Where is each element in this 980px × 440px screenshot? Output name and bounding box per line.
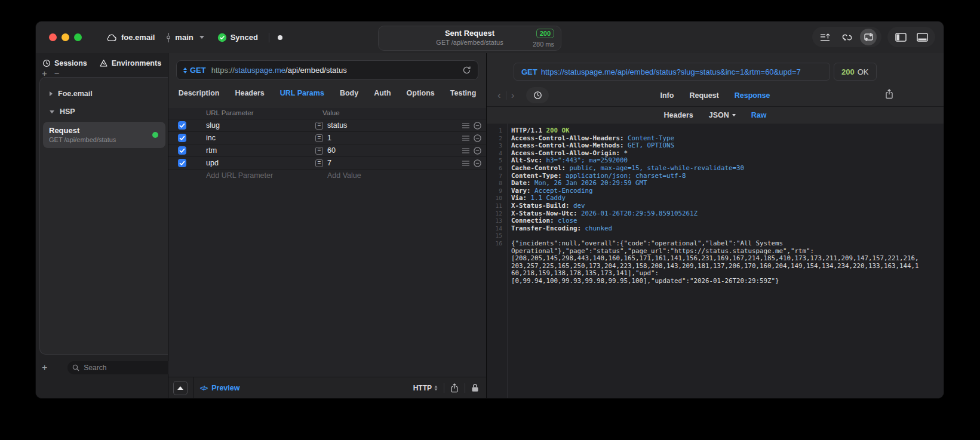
remove-param-icon[interactable] [474,159,481,167]
param-checkbox[interactable] [178,134,186,142]
request-url-bar[interactable]: GET https://statuspage.me/api/embed/stat… [176,60,478,80]
response-subtab[interactable]: JSON [709,111,736,119]
project-switcher[interactable]: foe.email [106,33,155,42]
response-subtab-label: Raw [751,111,767,119]
editor-tab[interactable]: Body [340,89,358,97]
fullscreen-window-button[interactable] [74,33,82,41]
remove-session-button[interactable]: − [54,69,60,78]
response-subtab[interactable]: Headers [663,111,693,119]
sidebar-left-icon [895,33,907,42]
add-url-parameter-placeholder[interactable]: Add URL Parameter [206,171,273,180]
param-checkbox[interactable] [178,121,186,130]
history-icon [42,59,51,67]
editor-tab-label: Body [340,89,358,97]
add-param-row[interactable]: Add URL Parameter Add Value [168,169,486,181]
protocol-stepper-icon [434,385,437,390]
response-tab[interactable]: Info [660,91,674,100]
cloud-icon [106,33,118,42]
drag-handle-icon[interactable] [462,148,469,153]
editor-tab[interactable]: URL Params [280,89,324,97]
remove-param-icon[interactable] [474,147,481,155]
add-session-button[interactable]: + [42,69,47,78]
remove-param-icon[interactable] [474,134,481,142]
sidebar-tabs: Sessions Environments [36,53,168,67]
method-stepper-icon[interactable] [183,67,187,73]
protocol-selector[interactable]: HTTP [413,384,438,392]
environments-icon [99,59,108,67]
request-list-item[interactable]: Request GET /api/embed/status [43,122,165,148]
drag-handle-icon[interactable] [462,136,469,141]
branch-name: main [175,33,193,42]
drag-handle-icon[interactable] [462,161,469,166]
toggle-console-button[interactable] [173,381,188,395]
drag-handle-icon[interactable] [462,123,469,128]
editor-tab-label: Description [179,89,220,97]
param-value[interactable]: 7 [327,159,331,167]
search-field[interactable] [67,361,182,374]
tree-group-foe-email[interactable]: Foe.email [40,85,168,103]
value-type-icon [315,134,323,142]
editor-tab[interactable]: Options [407,89,435,97]
remove-param-icon[interactable] [474,122,481,130]
refresh-icon[interactable] [462,66,471,75]
response-tab[interactable]: Request [689,91,718,100]
toggle-bottom-panel-button[interactable] [914,29,930,45]
request-list-export-button[interactable] [817,29,834,45]
tab-environments[interactable]: Environments [99,59,161,67]
response-subtabs: Headers JSON Raw [487,107,944,123]
preview-button[interactable]: Preview [200,384,239,392]
tree-group-hsp[interactable]: HSP [40,103,168,121]
search-input[interactable] [82,363,177,373]
toolbar-group-panels [887,27,935,47]
close-window-button[interactable] [49,33,57,41]
raw-response-code[interactable]: 1HTTP/1.1 200 OK2Access-Control-Allow-He… [487,124,944,398]
code-generation-button[interactable] [838,29,855,45]
param-row[interactable]: upd 7 [168,156,486,169]
editor-tab[interactable]: Description [179,89,220,97]
response-subtab-label: JSON [709,111,729,119]
value-type-icon [315,159,323,167]
tab-sessions[interactable]: Sessions [42,59,87,67]
param-name[interactable]: inc [206,134,216,142]
sent-request-url[interactable]: GET https://statuspage.me/api/embed/stat… [514,63,830,81]
param-row[interactable]: inc 1 [168,131,486,144]
editor-tab[interactable]: Auth [374,89,391,97]
param-name[interactable]: rtm [206,146,217,155]
param-checkbox[interactable] [178,146,186,155]
response-status-button[interactable]: 200 OK [834,63,877,81]
protocol-label: HTTP [413,384,432,392]
add-request-button[interactable]: + [42,364,47,372]
param-checkbox[interactable] [178,159,186,167]
param-value[interactable]: 60 [327,146,336,155]
sync-status[interactable]: Synced [217,33,258,42]
response-tab[interactable]: Response [735,91,770,100]
status-code-badge: 200 [536,29,554,38]
import-export-button[interactable] [860,29,877,45]
url-path: /api/embed/status [285,66,347,75]
share-icon[interactable] [450,383,459,393]
git-branch-icon [165,33,171,42]
param-row[interactable]: slug status [168,119,486,131]
titlebar: foe.email main Synced Sent Request GET /… [36,21,944,53]
param-row[interactable]: rtm 60 [168,144,486,156]
response-subtab[interactable]: Raw [751,111,767,119]
param-name[interactable]: upd [206,159,219,167]
add-value-placeholder[interactable]: Add Value [327,171,361,180]
export-response-icon[interactable] [885,89,893,99]
param-name[interactable]: slug [206,121,220,130]
sidebar-bottom-bar: + [42,361,165,375]
active-request-summary[interactable]: Sent Request GET /api/embed/status 200 2… [378,26,561,51]
param-value[interactable]: 1 [327,134,331,142]
titlebar-toolbar [812,27,935,47]
toolbar-group-actions [812,27,881,47]
titlebar-divider [269,33,269,42]
lock-icon[interactable] [471,383,479,392]
editor-tab[interactable]: Headers [235,89,264,97]
param-value[interactable]: status [327,121,347,130]
minimize-window-button[interactable] [62,33,69,41]
check-icon [179,148,185,153]
toggle-left-sidebar-button[interactable] [892,29,909,45]
branch-selector[interactable]: main [165,33,204,42]
editor-tab[interactable]: Testing [450,89,477,97]
editor-tab-label: URL Params [280,89,324,97]
